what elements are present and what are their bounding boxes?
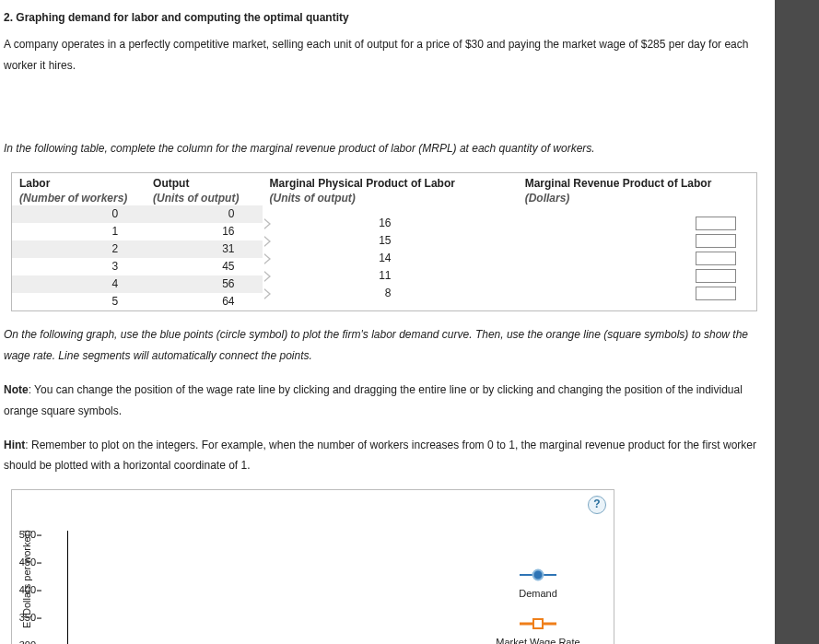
mpp-cell: 15: [369, 232, 392, 250]
col-header-mpp-sub: (Units of output): [270, 192, 510, 206]
mpp-cell: 8: [369, 285, 392, 302]
graph-instructions: On the following graph, use the blue poi…: [4, 324, 766, 367]
labor-cell: 4: [12, 275, 146, 293]
arrow-right-icon: [264, 217, 277, 230]
intro-paragraph: A company operates in a perfectly compet…: [4, 34, 766, 76]
col-header-labor: Labor (Number of workers): [12, 173, 146, 206]
output-cell: 45: [146, 258, 262, 275]
output-cell: 56: [146, 275, 262, 293]
y-axis: [67, 531, 68, 644]
output-cell: 31: [146, 240, 262, 258]
output-cell: 16: [146, 223, 262, 240]
labor-cell: 3: [12, 258, 146, 275]
labor-column: 0 1 2 3 4 5: [12, 205, 146, 310]
labor-cell: 1: [12, 223, 146, 240]
graph-legend: Demand Market Wage Rate: [474, 555, 603, 644]
mrp-input[interactable]: [696, 252, 736, 265]
col-header-mrp: Marginal Revenue Product of Labor (Dolla…: [518, 173, 757, 206]
labor-cell: 2: [12, 240, 146, 258]
note-label: Note: [4, 383, 29, 396]
arrow-right-icon: [264, 270, 277, 283]
legend-label: Market Wage Rate: [496, 637, 579, 644]
output-cell: 64: [146, 293, 262, 310]
mrp-input[interactable]: [696, 287, 736, 300]
col-header-labor-sub: (Number of workers): [19, 192, 138, 206]
circle-icon: [520, 569, 556, 580]
legend-item-wage[interactable]: Market Wage Rate: [474, 618, 603, 644]
col-header-mpp-title: Marginal Physical Product of Labor: [270, 177, 455, 190]
square-icon: [520, 618, 556, 629]
mrp-column: [518, 205, 756, 302]
mrp-input[interactable]: [696, 234, 736, 248]
vertical-scrollbar[interactable]: [775, 0, 819, 644]
question-title-text: Graphing demand for labor and computing …: [16, 11, 348, 24]
output-cell: 0: [146, 205, 262, 223]
hint-text: : Remember to plot on the integers. For …: [4, 439, 756, 473]
legend-item-demand[interactable]: Demand: [474, 569, 603, 603]
mrp-input[interactable]: [696, 269, 736, 283]
hint-paragraph: Hint: Remember to plot on the integers. …: [4, 435, 766, 477]
col-header-labor-title: Labor: [19, 177, 50, 190]
mpp-cell: 16: [369, 215, 392, 232]
table-instructions: In the following table, complete the col…: [4, 138, 766, 159]
graph-panel[interactable]: ? 500 450 400 350 300 250 200 E (Dollars…: [11, 489, 614, 644]
labor-cell: 5: [12, 293, 146, 310]
col-header-mrp-sub: (Dollars): [525, 192, 749, 206]
mrpl-table: Labor (Number of workers) Output (Units …: [11, 172, 757, 311]
col-header-output-sub: (Units of output): [153, 192, 254, 206]
col-header-mpp: Marginal Physical Product of Labor (Unit…: [263, 173, 518, 206]
col-header-output: Output (Units of output): [146, 173, 262, 206]
legend-label: Demand: [519, 588, 557, 599]
question-title: 2. Graphing demand for labor and computi…: [4, 7, 766, 29]
arrow-right-icon: [264, 252, 277, 265]
labor-cell: 0: [12, 205, 146, 223]
col-header-mrp-title: Marginal Revenue Product of Labor: [525, 177, 712, 190]
output-column: 0 16 31 45 56 64: [146, 205, 262, 310]
mrp-input[interactable]: [696, 217, 736, 230]
mpp-cell: 14: [369, 250, 392, 267]
col-header-output-title: Output: [153, 177, 189, 190]
help-button[interactable]: ?: [588, 496, 606, 514]
question-number: 2.: [4, 11, 13, 24]
arrow-right-icon: [264, 235, 277, 248]
note-text: : You can change the position of the wag…: [4, 383, 743, 417]
plot-area[interactable]: 500 450 400 350 300 250 200: [40, 531, 436, 644]
mpp-column: 16 15 14 11 8: [263, 205, 518, 302]
mpp-cell: 11: [369, 267, 392, 285]
hint-label: Hint: [4, 439, 25, 451]
note-paragraph: Note: You can change the position of the…: [4, 380, 766, 422]
arrow-right-icon: [264, 287, 277, 300]
y-axis-label: E (Dollars per worker): [18, 530, 37, 628]
y-tick: 300: [12, 636, 36, 644]
